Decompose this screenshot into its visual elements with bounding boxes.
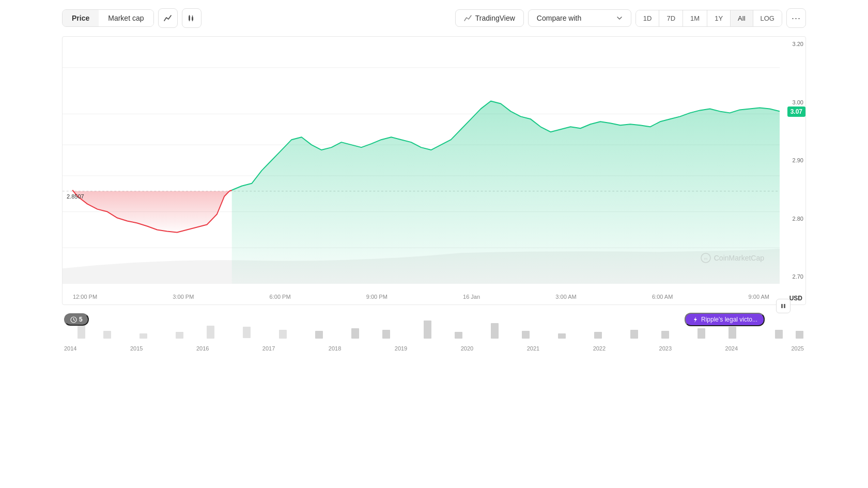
svg-rect-19 <box>207 326 214 339</box>
svg-rect-27 <box>491 323 499 339</box>
time-period-group: 1D 7D 1M 1Y All LOG <box>636 10 782 27</box>
svg-rect-31 <box>630 330 638 339</box>
svg-rect-25 <box>424 321 431 339</box>
y-label-280: 2.80 <box>793 216 803 222</box>
svg-rect-32 <box>661 331 669 339</box>
svg-rect-18 <box>176 332 183 339</box>
toolbar: Price Market cap TradingView Compare wit… <box>0 0 868 36</box>
events-clock-btn[interactable]: 5 <box>64 313 89 326</box>
svg-rect-15 <box>78 326 85 339</box>
more-options-btn[interactable]: ··· <box>786 8 806 28</box>
svg-rect-3 <box>192 17 193 20</box>
svg-rect-23 <box>351 328 359 339</box>
mini-x-2014: 2014 <box>64 345 76 352</box>
watermark-text: CoinMarketCap <box>714 254 764 262</box>
compare-dropdown[interactable]: Compare with <box>528 9 631 27</box>
y-label-300: 3.00 <box>793 99 803 105</box>
svg-rect-20 <box>243 327 251 338</box>
cmc-logo-icon: m <box>701 253 711 263</box>
price-marketcap-toggle: Price Market cap <box>62 9 154 27</box>
x-axis: 12:00 PM 3:00 PM 6:00 PM 9:00 PM 16 Jan … <box>63 289 780 304</box>
svg-rect-41 <box>781 304 783 308</box>
x-label-3: 9:00 PM <box>366 294 388 300</box>
svg-rect-26 <box>455 332 462 339</box>
price-chart-svg <box>63 37 780 284</box>
y-label-270: 2.70 <box>793 273 803 280</box>
svg-rect-16 <box>103 331 111 339</box>
tradingview-icon <box>464 14 472 22</box>
mini-x-2021: 2021 <box>527 345 539 352</box>
svg-rect-17 <box>140 333 147 339</box>
lightning-icon <box>692 316 699 323</box>
time-1d[interactable]: 1D <box>636 10 660 26</box>
y-label-290: 2.90 <box>793 157 803 163</box>
mini-x-2020: 2020 <box>461 345 473 352</box>
svg-rect-30 <box>594 332 602 339</box>
mini-x-2016: 2016 <box>196 345 209 352</box>
line-chart-btn[interactable] <box>158 8 178 28</box>
clock-icon <box>70 316 77 323</box>
svg-rect-35 <box>775 330 783 339</box>
svg-line-39 <box>74 319 75 321</box>
svg-rect-28 <box>522 331 530 339</box>
svg-rect-29 <box>558 333 566 339</box>
svg-rect-33 <box>698 328 705 339</box>
more-icon: ··· <box>792 13 801 24</box>
x-label-1: 3:00 PM <box>173 294 194 300</box>
svg-rect-42 <box>784 304 785 308</box>
svg-rect-0 <box>189 16 190 20</box>
current-price-badge: 3.07 <box>787 106 805 117</box>
mini-x-2024: 2024 <box>725 345 738 352</box>
market-cap-tab[interactable]: Market cap <box>99 10 153 26</box>
x-label-4: 16 Jan <box>463 294 480 300</box>
svg-rect-24 <box>382 330 390 339</box>
svg-text:m: m <box>704 256 707 261</box>
time-all[interactable]: All <box>731 10 753 26</box>
watermark: m CoinMarketCap <box>701 253 764 263</box>
mini-x-2022: 2022 <box>593 345 606 352</box>
currency-label: USD <box>789 295 802 302</box>
price-tab[interactable]: Price <box>63 10 99 26</box>
time-1m[interactable]: 1M <box>683 10 707 26</box>
candle-chart-icon <box>187 13 196 23</box>
reference-price-label: 2.8507 <box>67 193 84 200</box>
mini-x-2018: 2018 <box>329 345 341 352</box>
mini-x-axis: 2014 2015 2016 2017 2018 2019 2020 2021 … <box>62 343 806 352</box>
ripple-event-text: Ripple's legal victo... <box>701 316 757 323</box>
time-log[interactable]: LOG <box>753 10 782 26</box>
candle-chart-btn[interactable] <box>182 8 202 28</box>
mini-x-2025: 2025 <box>791 345 803 352</box>
main-chart-container: 3.20 3.00 2.90 2.80 2.70 3.07 2.8507 12:… <box>62 36 806 305</box>
x-label-7: 9:00 AM <box>749 294 769 300</box>
mini-x-2017: 2017 <box>262 345 275 352</box>
ripple-event-btn[interactable]: Ripple's legal victo... <box>685 313 765 326</box>
tradingview-label: TradingView <box>475 14 515 22</box>
mini-x-2023: 2023 <box>659 345 672 352</box>
mini-chart-section: 2014 2015 2016 2017 2018 2019 2020 2021 … <box>62 305 806 352</box>
x-label-6: 6:00 AM <box>652 294 673 300</box>
svg-rect-22 <box>315 331 323 339</box>
pause-btn[interactable] <box>776 299 791 313</box>
tradingview-btn[interactable]: TradingView <box>455 9 524 27</box>
time-1y[interactable]: 1Y <box>707 10 731 26</box>
y-axis: 3.20 3.00 2.90 2.80 2.70 <box>780 37 805 284</box>
mini-x-2019: 2019 <box>395 345 407 352</box>
x-label-0: 12:00 PM <box>73 294 97 300</box>
events-count: 5 <box>79 316 83 323</box>
mini-x-2015: 2015 <box>130 345 143 352</box>
chevron-down-icon <box>616 15 623 21</box>
svg-rect-36 <box>796 331 803 339</box>
x-label-2: 6:00 PM <box>270 294 291 300</box>
x-label-5: 3:00 AM <box>555 294 576 300</box>
svg-rect-21 <box>279 330 287 339</box>
time-7d[interactable]: 7D <box>659 10 683 26</box>
svg-marker-40 <box>694 317 697 323</box>
line-chart-icon <box>163 13 173 23</box>
svg-rect-34 <box>729 327 736 339</box>
y-label-320: 3.20 <box>793 41 803 47</box>
compare-label: Compare with <box>537 14 581 22</box>
pause-icon <box>780 303 786 309</box>
